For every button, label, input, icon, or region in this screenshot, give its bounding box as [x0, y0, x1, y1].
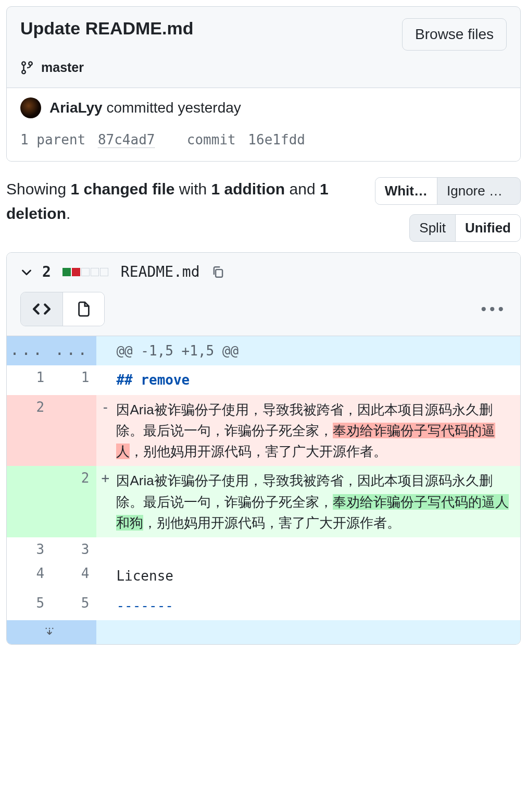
line-number-old[interactable]: 2	[7, 395, 52, 466]
diff-table: ... ... @@ -1,5 +1,5 @@ 11## remove2-因Ar…	[7, 336, 520, 644]
markdown-rule: -------	[116, 598, 173, 613]
diff-row: 33	[7, 537, 520, 561]
chevron-down-icon[interactable]	[20, 266, 33, 278]
line-number-new[interactable]: 5	[52, 591, 96, 620]
committed-time: committed yesterday	[106, 100, 241, 116]
diff-marker: +	[96, 466, 114, 537]
summary-suffix: .	[66, 205, 70, 222]
svg-point-1	[22, 70, 26, 73]
line-number-new[interactable]: 4	[52, 561, 96, 590]
diff-marker	[96, 591, 114, 620]
whitespace-shown-button[interactable]: Whit…	[375, 178, 437, 204]
diffstat-square	[100, 268, 108, 276]
summary-additions: 1 addition	[211, 180, 285, 198]
markdown-heading: ## remove	[116, 372, 190, 388]
diff-row: 2+因Aria被诈骗份子使用，导致我被跨省，因此本项目源码永久删除。最后说一句，…	[7, 466, 520, 537]
svg-point-2	[29, 61, 32, 65]
line-number-new[interactable]: 1	[52, 365, 96, 395]
diff-file: 2 README.md •••	[6, 252, 521, 645]
diff-code: 因Aria被诈骗份子使用，导致我被跨省，因此本项目源码永久删除。最后说一句，诈骗…	[114, 395, 520, 466]
diff-row: 2-因Aria被诈骗份子使用，导致我被跨省，因此本项目源码永久删除。最后说一句，…	[7, 395, 520, 466]
split-view-button[interactable]: Split	[410, 215, 455, 241]
whitespace-ignored-button[interactable]: Ignore w…	[437, 178, 520, 204]
line-number-old[interactable]: 4	[7, 561, 52, 590]
copy-icon[interactable]	[211, 265, 225, 279]
line-number-old[interactable]: 3	[7, 537, 52, 561]
rendered-source-toggle	[20, 292, 105, 326]
diff-code	[114, 537, 520, 561]
svg-point-6	[52, 628, 54, 629]
kebab-menu-icon[interactable]: •••	[481, 300, 507, 318]
line-number-old[interactable]: 1	[7, 365, 52, 395]
line-number-old[interactable]: 5	[7, 591, 52, 620]
hunk-header: @@ -1,5 +1,5 @@	[114, 336, 520, 365]
diffstat	[62, 268, 108, 276]
hunk-expand-new[interactable]: ...	[52, 336, 96, 365]
diffstat-square	[62, 268, 71, 276]
svg-point-4	[46, 628, 47, 629]
line-number-new[interactable]	[52, 395, 96, 466]
line-number-new[interactable]: 3	[52, 537, 96, 561]
source-view-button[interactable]	[21, 292, 62, 326]
summary-with: with	[174, 180, 211, 198]
file-icon	[76, 301, 92, 317]
commit-author-row: AriaLyy committed yesterday	[7, 88, 520, 128]
expand-down-row[interactable]	[7, 620, 520, 644]
unified-view-button[interactable]: Unified	[455, 215, 520, 241]
branch-row: master	[7, 60, 520, 88]
svg-rect-3	[216, 269, 222, 277]
commit-header: Update README.md Browse files	[7, 7, 520, 60]
code-icon	[33, 300, 51, 318]
parent-label: 1 parent	[20, 132, 85, 147]
file-header-line2: •••	[20, 292, 507, 326]
diff-highlight: 奉劝给诈骗份子写代码的逼人	[116, 423, 495, 459]
author-name[interactable]: AriaLyy	[49, 100, 103, 116]
whitespace-toggle: Whit… Ignore w…	[375, 177, 521, 205]
diff-code: ## remove	[114, 365, 520, 395]
diff-marker	[96, 561, 114, 590]
svg-point-0	[22, 61, 26, 65]
diff-marker	[96, 537, 114, 561]
arrow-down-dotted-icon	[44, 626, 55, 639]
commit-title: Update README.md	[20, 18, 193, 39]
commit-summary: Update README.md Browse files master Ari…	[6, 6, 521, 162]
summary-files: 1 changed file	[70, 180, 174, 198]
summary-row: Showing 1 changed file with 1 addition a…	[6, 177, 521, 242]
file-header-line1: 2 README.md	[20, 263, 507, 280]
avatar[interactable]	[20, 97, 41, 118]
line-number-new[interactable]: 2	[52, 466, 96, 537]
git-branch-icon	[20, 61, 34, 75]
diff-marker	[96, 365, 114, 395]
diff-marker: -	[96, 395, 114, 466]
summary-and: and	[285, 180, 320, 198]
hunk-header-row: ... ... @@ -1,5 +1,5 @@	[7, 336, 520, 365]
commit-sha: 16e1fdd	[248, 132, 305, 147]
diff-code: 因Aria被诈骗份子使用，导致我被跨省，因此本项目源码永久删除。最后说一句，诈骗…	[114, 466, 520, 537]
diffstat-square	[81, 268, 90, 276]
diffstat-square	[91, 268, 99, 276]
expand-down-button[interactable]	[7, 620, 96, 644]
diff-row: 11## remove	[7, 365, 520, 395]
browse-files-button[interactable]: Browse files	[402, 18, 507, 51]
diff-highlight: 奉劝给诈骗份子写代码的逼人和狗	[116, 494, 509, 531]
summary-text: Showing 1 changed file with 1 addition a…	[6, 177, 362, 226]
branch-name[interactable]: master	[41, 60, 84, 75]
rendered-view-button[interactable]	[62, 292, 104, 326]
diff-code: -------	[114, 591, 520, 620]
diffstat-square	[72, 268, 80, 276]
diff-layout-toggle: Split Unified	[409, 214, 521, 242]
file-change-count: 2	[42, 263, 51, 280]
hunk-expand-old[interactable]: ...	[7, 336, 52, 365]
summary-prefix: Showing	[6, 180, 70, 198]
view-toggles: Whit… Ignore w… Split Unified	[375, 177, 521, 242]
diff-row: 55-------	[7, 591, 520, 620]
svg-point-5	[49, 628, 51, 629]
commit-ids: 1 parent 87c4ad7 commit 16e1fdd	[7, 128, 520, 161]
file-name[interactable]: README.md	[121, 263, 200, 280]
line-number-old[interactable]	[7, 466, 52, 537]
diff-row: 44License	[7, 561, 520, 590]
diff-code: License	[114, 561, 520, 590]
commit-label: commit	[187, 132, 236, 147]
file-header: 2 README.md •••	[7, 253, 520, 336]
parent-sha[interactable]: 87c4ad7	[98, 132, 155, 148]
